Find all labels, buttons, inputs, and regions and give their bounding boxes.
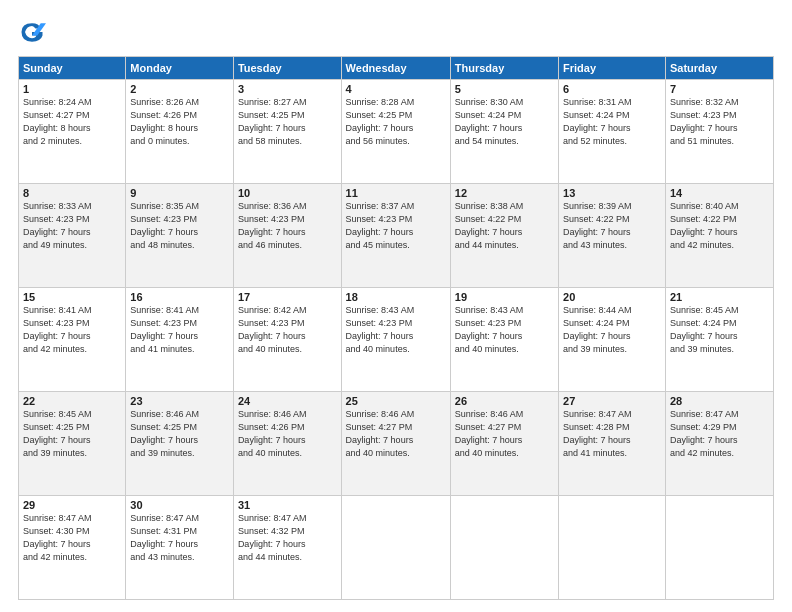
day-number: 9 [130,187,229,199]
header-tuesday: Tuesday [233,57,341,80]
header-monday: Monday [126,57,234,80]
day-info: Sunrise: 8:46 AMSunset: 4:26 PMDaylight:… [238,408,337,460]
day-cell: 4Sunrise: 8:28 AMSunset: 4:25 PMDaylight… [341,80,450,184]
day-info: Sunrise: 8:47 AMSunset: 4:30 PMDaylight:… [23,512,121,564]
day-number: 4 [346,83,446,95]
day-info: Sunrise: 8:33 AMSunset: 4:23 PMDaylight:… [23,200,121,252]
day-info: Sunrise: 8:44 AMSunset: 4:24 PMDaylight:… [563,304,661,356]
day-number: 15 [23,291,121,303]
header [18,18,774,46]
header-friday: Friday [559,57,666,80]
day-cell: 18Sunrise: 8:43 AMSunset: 4:23 PMDayligh… [341,288,450,392]
week-row-5: 29Sunrise: 8:47 AMSunset: 4:30 PMDayligh… [19,496,774,600]
day-info: Sunrise: 8:28 AMSunset: 4:25 PMDaylight:… [346,96,446,148]
day-info: Sunrise: 8:45 AMSunset: 4:24 PMDaylight:… [670,304,769,356]
day-cell: 19Sunrise: 8:43 AMSunset: 4:23 PMDayligh… [450,288,558,392]
day-number: 18 [346,291,446,303]
day-cell: 12Sunrise: 8:38 AMSunset: 4:22 PMDayligh… [450,184,558,288]
day-cell: 15Sunrise: 8:41 AMSunset: 4:23 PMDayligh… [19,288,126,392]
day-number: 14 [670,187,769,199]
day-info: Sunrise: 8:47 AMSunset: 4:28 PMDaylight:… [563,408,661,460]
day-number: 8 [23,187,121,199]
day-cell: 30Sunrise: 8:47 AMSunset: 4:31 PMDayligh… [126,496,234,600]
day-cell: 7Sunrise: 8:32 AMSunset: 4:23 PMDaylight… [665,80,773,184]
day-info: Sunrise: 8:41 AMSunset: 4:23 PMDaylight:… [130,304,229,356]
day-number: 25 [346,395,446,407]
week-row-4: 22Sunrise: 8:45 AMSunset: 4:25 PMDayligh… [19,392,774,496]
day-cell: 8Sunrise: 8:33 AMSunset: 4:23 PMDaylight… [19,184,126,288]
day-info: Sunrise: 8:42 AMSunset: 4:23 PMDaylight:… [238,304,337,356]
day-info: Sunrise: 8:46 AMSunset: 4:27 PMDaylight:… [455,408,554,460]
header-wednesday: Wednesday [341,57,450,80]
day-cell: 16Sunrise: 8:41 AMSunset: 4:23 PMDayligh… [126,288,234,392]
day-info: Sunrise: 8:27 AMSunset: 4:25 PMDaylight:… [238,96,337,148]
day-cell: 26Sunrise: 8:46 AMSunset: 4:27 PMDayligh… [450,392,558,496]
day-cell: 31Sunrise: 8:47 AMSunset: 4:32 PMDayligh… [233,496,341,600]
day-cell: 25Sunrise: 8:46 AMSunset: 4:27 PMDayligh… [341,392,450,496]
day-cell: 1Sunrise: 8:24 AMSunset: 4:27 PMDaylight… [19,80,126,184]
day-info: Sunrise: 8:24 AMSunset: 4:27 PMDaylight:… [23,96,121,148]
day-info: Sunrise: 8:39 AMSunset: 4:22 PMDaylight:… [563,200,661,252]
day-cell: 3Sunrise: 8:27 AMSunset: 4:25 PMDaylight… [233,80,341,184]
day-number: 1 [23,83,121,95]
day-cell [559,496,666,600]
day-number: 10 [238,187,337,199]
day-info: Sunrise: 8:37 AMSunset: 4:23 PMDaylight:… [346,200,446,252]
day-info: Sunrise: 8:46 AMSunset: 4:25 PMDaylight:… [130,408,229,460]
page: SundayMondayTuesdayWednesdayThursdayFrid… [0,0,792,612]
day-cell: 24Sunrise: 8:46 AMSunset: 4:26 PMDayligh… [233,392,341,496]
day-number: 23 [130,395,229,407]
week-row-1: 1Sunrise: 8:24 AMSunset: 4:27 PMDaylight… [19,80,774,184]
day-number: 26 [455,395,554,407]
header-sunday: Sunday [19,57,126,80]
day-cell: 2Sunrise: 8:26 AMSunset: 4:26 PMDaylight… [126,80,234,184]
day-cell: 10Sunrise: 8:36 AMSunset: 4:23 PMDayligh… [233,184,341,288]
day-info: Sunrise: 8:47 AMSunset: 4:29 PMDaylight:… [670,408,769,460]
logo-icon [18,18,46,46]
day-info: Sunrise: 8:47 AMSunset: 4:31 PMDaylight:… [130,512,229,564]
day-cell: 11Sunrise: 8:37 AMSunset: 4:23 PMDayligh… [341,184,450,288]
day-info: Sunrise: 8:36 AMSunset: 4:23 PMDaylight:… [238,200,337,252]
day-number: 7 [670,83,769,95]
day-info: Sunrise: 8:41 AMSunset: 4:23 PMDaylight:… [23,304,121,356]
day-cell: 13Sunrise: 8:39 AMSunset: 4:22 PMDayligh… [559,184,666,288]
day-number: 16 [130,291,229,303]
day-number: 3 [238,83,337,95]
day-number: 29 [23,499,121,511]
day-info: Sunrise: 8:26 AMSunset: 4:26 PMDaylight:… [130,96,229,148]
day-number: 13 [563,187,661,199]
day-cell: 9Sunrise: 8:35 AMSunset: 4:23 PMDaylight… [126,184,234,288]
day-info: Sunrise: 8:47 AMSunset: 4:32 PMDaylight:… [238,512,337,564]
day-info: Sunrise: 8:35 AMSunset: 4:23 PMDaylight:… [130,200,229,252]
day-info: Sunrise: 8:40 AMSunset: 4:22 PMDaylight:… [670,200,769,252]
day-number: 19 [455,291,554,303]
day-cell: 28Sunrise: 8:47 AMSunset: 4:29 PMDayligh… [665,392,773,496]
day-number: 27 [563,395,661,407]
day-number: 24 [238,395,337,407]
day-info: Sunrise: 8:31 AMSunset: 4:24 PMDaylight:… [563,96,661,148]
day-info: Sunrise: 8:32 AMSunset: 4:23 PMDaylight:… [670,96,769,148]
day-cell: 20Sunrise: 8:44 AMSunset: 4:24 PMDayligh… [559,288,666,392]
day-info: Sunrise: 8:43 AMSunset: 4:23 PMDaylight:… [346,304,446,356]
day-info: Sunrise: 8:30 AMSunset: 4:24 PMDaylight:… [455,96,554,148]
day-number: 30 [130,499,229,511]
day-cell [665,496,773,600]
day-cell: 23Sunrise: 8:46 AMSunset: 4:25 PMDayligh… [126,392,234,496]
header-thursday: Thursday [450,57,558,80]
day-cell: 21Sunrise: 8:45 AMSunset: 4:24 PMDayligh… [665,288,773,392]
day-cell: 27Sunrise: 8:47 AMSunset: 4:28 PMDayligh… [559,392,666,496]
day-number: 11 [346,187,446,199]
day-cell: 14Sunrise: 8:40 AMSunset: 4:22 PMDayligh… [665,184,773,288]
week-row-2: 8Sunrise: 8:33 AMSunset: 4:23 PMDaylight… [19,184,774,288]
day-number: 5 [455,83,554,95]
day-cell [341,496,450,600]
day-cell: 22Sunrise: 8:45 AMSunset: 4:25 PMDayligh… [19,392,126,496]
day-cell: 29Sunrise: 8:47 AMSunset: 4:30 PMDayligh… [19,496,126,600]
calendar-table: SundayMondayTuesdayWednesdayThursdayFrid… [18,56,774,600]
day-number: 22 [23,395,121,407]
day-cell: 5Sunrise: 8:30 AMSunset: 4:24 PMDaylight… [450,80,558,184]
day-number: 20 [563,291,661,303]
day-info: Sunrise: 8:43 AMSunset: 4:23 PMDaylight:… [455,304,554,356]
day-number: 31 [238,499,337,511]
calendar-header-row: SundayMondayTuesdayWednesdayThursdayFrid… [19,57,774,80]
